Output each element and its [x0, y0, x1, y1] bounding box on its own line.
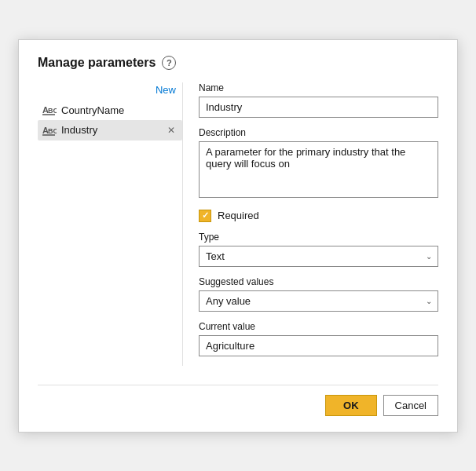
param-type-icon-industry: A BC: [42, 125, 57, 136]
required-row: ✓ Required: [199, 210, 438, 222]
current-value-label: Current value: [199, 321, 438, 332]
svg-text:BC: BC: [48, 107, 57, 115]
type-select[interactable]: Text Number Date Boolean Binary: [199, 246, 438, 267]
cancel-button[interactable]: Cancel: [383, 395, 438, 416]
description-input[interactable]: A parameter for the primary industry tha…: [199, 141, 438, 198]
param-item-countryname[interactable]: A BC CountryName: [38, 100, 182, 120]
close-industry-icon[interactable]: ✕: [165, 124, 178, 137]
param-list: A BC CountryName A BC: [38, 100, 182, 141]
left-panel: New A BC CountryName: [38, 82, 183, 366]
dialog-footer: OK Cancel: [38, 385, 438, 416]
name-label: Name: [199, 82, 438, 93]
type-label: Type: [199, 232, 438, 243]
type-select-wrapper: Text Number Date Boolean Binary ⌄: [199, 246, 438, 267]
current-value-input[interactable]: [199, 335, 438, 356]
right-panel: Name Description A parameter for the pri…: [183, 82, 438, 366]
param-label-industry: Industry: [61, 124, 160, 136]
required-label: Required: [218, 210, 259, 221]
suggested-values-select[interactable]: Any value List of values Query: [199, 290, 438, 312]
param-item-industry[interactable]: A BC Industry ✕: [38, 120, 182, 141]
description-field-group: Description A parameter for the primary …: [199, 127, 438, 200]
checkmark-icon: ✓: [202, 210, 209, 221]
help-icon[interactable]: ?: [162, 56, 176, 70]
suggested-values-field-group: Suggested values Any value List of value…: [199, 276, 438, 312]
suggested-values-label: Suggested values: [199, 276, 438, 287]
name-field-group: Name: [199, 82, 438, 118]
dialog-body: New A BC CountryName: [38, 82, 438, 366]
param-type-icon-countryname: A BC: [42, 104, 57, 115]
current-value-field-group: Current value: [199, 321, 438, 356]
suggested-values-select-wrapper: Any value List of values Query ⌄: [199, 290, 438, 312]
dialog-title-row: Manage parameters ?: [38, 56, 438, 70]
name-input[interactable]: [199, 97, 438, 118]
manage-parameters-dialog: Manage parameters ? New A BC CountryName: [18, 39, 458, 433]
dialog-title-text: Manage parameters: [38, 56, 156, 70]
ok-button[interactable]: OK: [325, 395, 377, 416]
description-label: Description: [199, 127, 438, 138]
param-label-countryname: CountryName: [61, 104, 178, 116]
new-button[interactable]: New: [152, 82, 179, 97]
type-field-group: Type Text Number Date Boolean Binary ⌄: [199, 232, 438, 267]
svg-text:BC: BC: [48, 127, 57, 135]
required-checkbox[interactable]: ✓: [199, 210, 211, 222]
new-btn-row: New: [38, 82, 182, 100]
